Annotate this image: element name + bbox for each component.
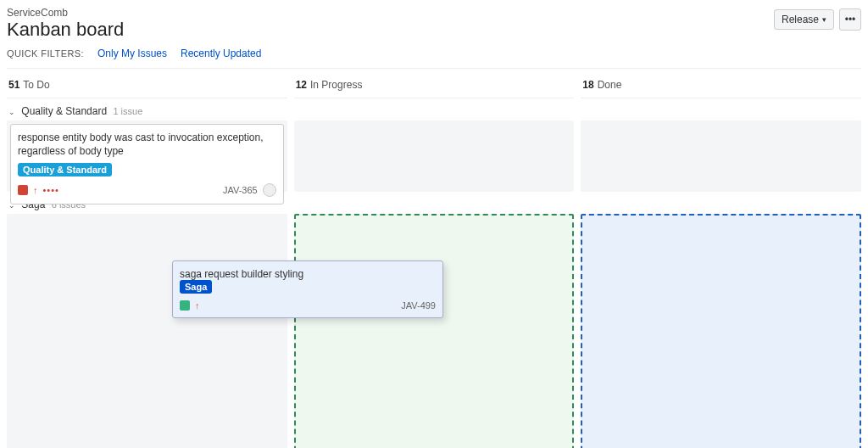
column-inprogress-dropzone[interactable] [294,214,575,448]
issue-summary: saga request builder styling [180,268,436,280]
filter-only-my-issues[interactable]: Only My Issues [97,48,167,59]
chevron-down-icon: ⌄ [8,108,15,116]
column-header-todo: 51To Do [7,76,287,98]
column-count: 18 [582,79,593,91]
project-name[interactable]: ServiceComb [7,7,124,19]
assignee-avatar[interactable] [263,183,276,197]
column-todo[interactable] [7,214,287,448]
dragging-issue-card[interactable]: saga request builder styling Saga ↑ JAV-… [172,260,443,318]
column-count: 12 [296,79,307,91]
priority-icon: ↑ [195,300,200,311]
column-name: To Do [23,79,49,91]
swimlane-count: 1 issue [113,106,142,116]
column-done-dropzone[interactable] [581,214,861,448]
swimlane-quality-standard: response entity body was cast to invocat… [7,120,861,192]
caret-down-icon: ▾ [822,15,826,24]
column-inprogress[interactable] [294,120,575,192]
filter-recently-updated[interactable]: Recently Updated [181,48,261,59]
column-name: Done [598,79,622,91]
swimlane-saga: saga request builder styling Saga ↑ JAV-… [7,214,861,448]
swimlane-header-quality-standard[interactable]: ⌄ Quality & Standard 1 issue [7,98,861,120]
quick-filters-label: QUICK FILTERS: [7,48,84,59]
column-done[interactable] [581,120,861,192]
bug-icon [18,185,28,195]
column-headers: 51To Do 12In Progress 18Done [7,76,861,98]
column-count: 51 [8,79,19,91]
release-label: Release [782,14,819,25]
issue-key[interactable]: JAV-499 [401,300,436,311]
more-actions-button[interactable]: ••• [839,8,861,31]
story-icon [180,300,190,311]
issue-key[interactable]: JAV-365 [223,185,258,195]
swimlane-title: Quality & Standard [21,105,107,117]
kebab-icon: ••• [845,14,856,25]
column-header-inprogress: 12In Progress [294,76,575,98]
quick-filters-bar: QUICK FILTERS: Only My Issues Recently U… [7,44,861,69]
days-in-column-icon: •••• [43,185,59,195]
epic-tag[interactable]: Quality & Standard [18,163,112,176]
column-name: In Progress [310,79,362,91]
epic-tag[interactable]: Saga [180,280,212,294]
column-header-done: 18Done [581,76,861,98]
column-todo[interactable]: response entity body was cast to invocat… [7,120,287,192]
board-title: Kanban board [7,19,124,41]
issue-summary: response entity body was cast to invocat… [18,132,276,158]
issue-card[interactable]: response entity body was cast to invocat… [10,124,284,204]
release-button[interactable]: Release ▾ [774,9,834,30]
priority-icon: ↑ [33,185,38,195]
